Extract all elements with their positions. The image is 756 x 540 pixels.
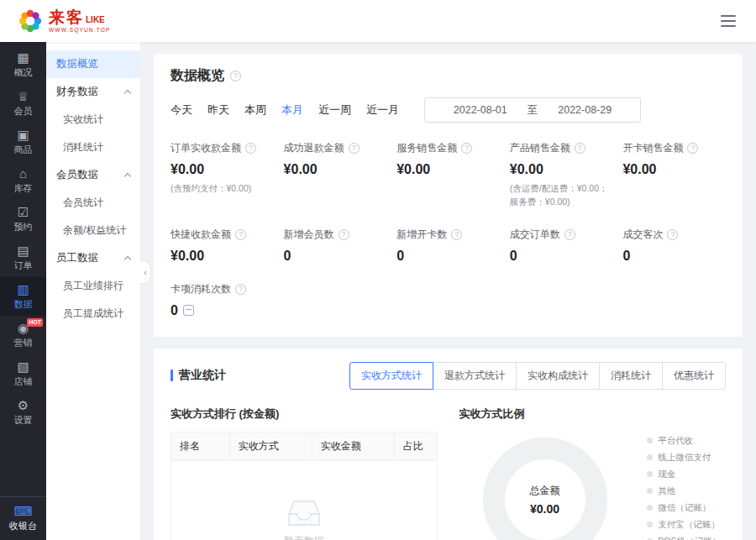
page-title: 数据概览 <box>171 67 224 85</box>
subnav-group-finance[interactable]: 财务数据 <box>46 78 140 106</box>
filter-this-month[interactable]: 本月 <box>281 102 303 118</box>
help-icon[interactable] <box>461 143 472 154</box>
goods-icon <box>17 128 29 141</box>
sidebar-item-settings[interactable]: 设置 <box>0 393 46 432</box>
subnav-label: 数据概览 <box>56 57 98 71</box>
tab-discount-stats[interactable]: 优惠统计 <box>662 362 726 390</box>
col-method: 实收方式 <box>229 432 312 460</box>
empty-text: 暂无数据 <box>284 534 324 540</box>
stat-service-sales: 服务销售金额 ¥0.00 <box>396 141 500 209</box>
subnav-member-stats[interactable]: 会员统计 <box>46 189 140 217</box>
filter-this-week[interactable]: 本周 <box>244 102 266 118</box>
col-rank: 排名 <box>171 432 230 460</box>
stat-value: 0 <box>396 249 500 264</box>
help-icon[interactable] <box>687 143 698 154</box>
subnav-staff-ranking[interactable]: 员工业绩排行 <box>46 272 140 300</box>
brand-name-en: LIKE <box>86 16 105 24</box>
section-accent-bar <box>171 370 173 381</box>
help-icon[interactable] <box>235 229 246 240</box>
sidebar-item-booking[interactable]: 预约 <box>0 200 46 239</box>
filter-yesterday[interactable]: 昨天 <box>207 102 229 118</box>
sidebar-item-products[interactable]: 商品 <box>0 123 46 161</box>
help-icon[interactable] <box>339 229 349 240</box>
sidebar-item-overview[interactable]: 概况 <box>0 45 46 84</box>
app-window: 来客 LIKE WWW.SQYUN.TOP 概况 会员 商品 库存 <box>0 0 756 540</box>
filter-last-week[interactable]: 近一周 <box>318 102 351 118</box>
filter-last-month[interactable]: 近一月 <box>366 102 399 118</box>
donut-center-value: ¥0.00 <box>530 502 560 516</box>
help-icon[interactable] <box>667 229 678 240</box>
sidebar-item-label: 预约 <box>14 221 33 233</box>
logo[interactable]: 来客 LIKE WWW.SQYUN.TOP <box>17 8 111 34</box>
stat-value-number: 0 <box>171 303 178 318</box>
subnav-label: 员工业绩排行 <box>63 279 123 293</box>
sidebar-item-members[interactable]: 会员 <box>0 84 46 123</box>
subnav-balance-stats[interactable]: 余额/权益统计 <box>46 217 140 244</box>
sidebar-item-label: 商品 <box>14 144 33 156</box>
subnav-group-member-data[interactable]: 会员数据 <box>46 161 140 189</box>
subnav-consume-stats[interactable]: 消耗统计 <box>46 134 140 161</box>
legend-item: 其他 <box>647 485 721 497</box>
legend-label: 平台代收 <box>658 435 693 447</box>
stat-label: 快捷收款金额 <box>171 228 231 242</box>
legend-label: 线上微信支付 <box>658 452 711 464</box>
logo-text: 来客 LIKE WWW.SQYUN.TOP <box>49 9 111 34</box>
stat-label: 成交订单数 <box>510 228 560 242</box>
consume-unit-icon <box>183 305 194 316</box>
tab-consume-stats[interactable]: 消耗统计 <box>599 362 663 390</box>
sidebar-item-label: 库存 <box>14 182 33 195</box>
stat-label: 开卡销售金额 <box>622 141 683 155</box>
subnav-label: 会员数据 <box>56 168 98 182</box>
donut-center-label: 总金额 <box>530 484 560 498</box>
section-title-business: 营业统计 <box>171 368 226 383</box>
help-icon[interactable] <box>451 229 462 240</box>
stat-label: 订单实收款金额 <box>171 141 241 155</box>
date-range-picker[interactable]: 2022-08-01 至 2022-08-29 <box>424 97 641 123</box>
legend-label: POS机（记账） <box>658 536 721 540</box>
help-icon[interactable] <box>235 284 246 295</box>
sidebar-item-inventory[interactable]: 库存 <box>0 161 46 200</box>
sidebar-item-label: 营销 <box>14 337 33 349</box>
subnav-label: 财务数据 <box>56 85 98 99</box>
subnav-staff-commission[interactable]: 员工提成统计 <box>46 300 140 328</box>
date-end: 2022-08-29 <box>558 104 612 116</box>
section-title-text: 营业统计 <box>179 368 226 383</box>
sidebar-item-shop[interactable]: 店铺 <box>0 354 46 393</box>
stat-value: 0 <box>284 249 387 264</box>
app-header: 来客 LIKE WWW.SQYUN.TOP <box>0 0 756 42</box>
chevron-up-icon <box>124 173 131 180</box>
sidebar-item-label: 会员 <box>14 105 33 118</box>
menu-toggle-icon[interactable] <box>717 12 739 30</box>
stat-value: ¥0.00 <box>510 162 613 177</box>
filter-today[interactable]: 今天 <box>171 102 192 118</box>
sidebar-collapse-handle[interactable]: ‹ <box>140 260 151 284</box>
stat-value: ¥0.00 <box>396 162 500 177</box>
help-icon[interactable] <box>575 143 585 154</box>
chevron-up-icon <box>124 90 131 97</box>
help-icon[interactable] <box>230 71 241 81</box>
proportion-title: 实收方式比例 <box>459 406 727 422</box>
sidebar-item-orders[interactable]: 订单 <box>0 239 46 277</box>
stat-value: ¥0.00 <box>284 162 387 177</box>
col-ratio: 占比 <box>394 432 437 460</box>
subnav-label: 员工数据 <box>56 251 98 265</box>
tab-received-composition[interactable]: 实收构成统计 <box>516 362 600 390</box>
subnav-data-overview[interactable]: 数据概览 <box>46 50 140 78</box>
subnav-group-staff-data[interactable]: 员工数据 <box>46 244 140 272</box>
stat-order-received: 订单实收款金额 ¥0.00 (含预约支付：¥0.00) <box>171 141 274 209</box>
date-filter-row: 今天 昨天 本周 本月 近一周 近一月 2022-08-01 至 2022-08… <box>171 97 726 123</box>
help-icon[interactable] <box>349 143 360 154</box>
subnav-received-stats[interactable]: 实收统计 <box>46 106 140 134</box>
tab-refund-method[interactable]: 退款方式统计 <box>433 362 517 390</box>
stat-label: 新增会员数 <box>284 228 334 242</box>
legend-label: 其他 <box>658 485 675 497</box>
sidebar-item-cashier[interactable]: 收银台 <box>0 496 46 540</box>
sidebar-item-data[interactable]: 数据 <box>0 277 46 316</box>
sidebar-item-marketing[interactable]: HOT 营销 <box>0 316 46 354</box>
ranking-panel: 实收方式排行 (按金额) 排名 实收方式 实收金额 占比 <box>171 406 438 540</box>
sidebar-item-label: 店铺 <box>14 375 33 388</box>
help-icon[interactable] <box>245 143 256 154</box>
help-icon[interactable] <box>564 229 575 240</box>
tab-received-method[interactable]: 实收方式统计 <box>349 362 433 390</box>
sidebar-item-label: 概况 <box>14 66 33 79</box>
